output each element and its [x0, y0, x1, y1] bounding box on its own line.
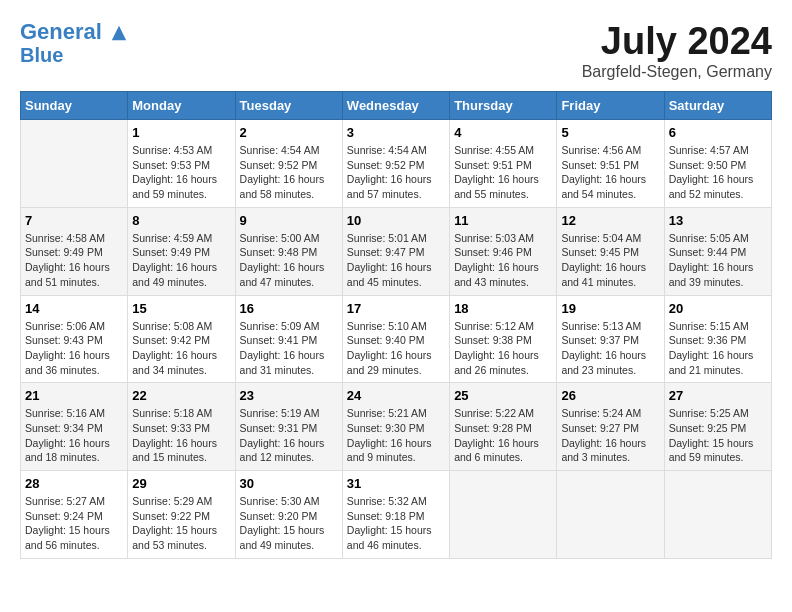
day-number: 26: [561, 388, 659, 403]
weekday-header-saturday: Saturday: [664, 92, 771, 120]
calendar-cell: 14Sunrise: 5:06 AMSunset: 9:43 PMDayligh…: [21, 295, 128, 383]
calendar-cell: 8Sunrise: 4:59 AMSunset: 9:49 PMDaylight…: [128, 207, 235, 295]
calendar-cell: 24Sunrise: 5:21 AMSunset: 9:30 PMDayligh…: [342, 383, 449, 471]
day-number: 8: [132, 213, 230, 228]
calendar-cell: 22Sunrise: 5:18 AMSunset: 9:33 PMDayligh…: [128, 383, 235, 471]
day-info: Sunrise: 4:57 AMSunset: 9:50 PMDaylight:…: [669, 143, 767, 202]
calendar-cell: [664, 471, 771, 559]
calendar-cell: 25Sunrise: 5:22 AMSunset: 9:28 PMDayligh…: [450, 383, 557, 471]
weekday-header-wednesday: Wednesday: [342, 92, 449, 120]
calendar-cell: 11Sunrise: 5:03 AMSunset: 9:46 PMDayligh…: [450, 207, 557, 295]
day-number: 24: [347, 388, 445, 403]
calendar-cell: [557, 471, 664, 559]
day-number: 15: [132, 301, 230, 316]
day-info: Sunrise: 4:59 AMSunset: 9:49 PMDaylight:…: [132, 231, 230, 290]
title-area: July 2024 Bargfeld-Stegen, Germany: [582, 20, 772, 81]
calendar-week-row: 1Sunrise: 4:53 AMSunset: 9:53 PMDaylight…: [21, 120, 772, 208]
header: General Blue July 2024 Bargfeld-Stegen, …: [20, 20, 772, 81]
day-number: 13: [669, 213, 767, 228]
calendar-cell: 23Sunrise: 5:19 AMSunset: 9:31 PMDayligh…: [235, 383, 342, 471]
calendar-cell: [450, 471, 557, 559]
calendar-cell: 31Sunrise: 5:32 AMSunset: 9:18 PMDayligh…: [342, 471, 449, 559]
day-info: Sunrise: 5:25 AMSunset: 9:25 PMDaylight:…: [669, 406, 767, 465]
calendar-cell: 30Sunrise: 5:30 AMSunset: 9:20 PMDayligh…: [235, 471, 342, 559]
day-number: 12: [561, 213, 659, 228]
calendar-cell: 16Sunrise: 5:09 AMSunset: 9:41 PMDayligh…: [235, 295, 342, 383]
day-info: Sunrise: 5:08 AMSunset: 9:42 PMDaylight:…: [132, 319, 230, 378]
day-info: Sunrise: 5:15 AMSunset: 9:36 PMDaylight:…: [669, 319, 767, 378]
day-info: Sunrise: 5:05 AMSunset: 9:44 PMDaylight:…: [669, 231, 767, 290]
day-info: Sunrise: 5:29 AMSunset: 9:22 PMDaylight:…: [132, 494, 230, 553]
day-info: Sunrise: 5:06 AMSunset: 9:43 PMDaylight:…: [25, 319, 123, 378]
day-number: 9: [240, 213, 338, 228]
location-title: Bargfeld-Stegen, Germany: [582, 63, 772, 81]
calendar-cell: 26Sunrise: 5:24 AMSunset: 9:27 PMDayligh…: [557, 383, 664, 471]
day-info: Sunrise: 4:58 AMSunset: 9:49 PMDaylight:…: [25, 231, 123, 290]
day-info: Sunrise: 5:03 AMSunset: 9:46 PMDaylight:…: [454, 231, 552, 290]
day-number: 19: [561, 301, 659, 316]
calendar-cell: 9Sunrise: 5:00 AMSunset: 9:48 PMDaylight…: [235, 207, 342, 295]
calendar-cell: 1Sunrise: 4:53 AMSunset: 9:53 PMDaylight…: [128, 120, 235, 208]
day-number: 18: [454, 301, 552, 316]
calendar-cell: 7Sunrise: 4:58 AMSunset: 9:49 PMDaylight…: [21, 207, 128, 295]
day-info: Sunrise: 4:54 AMSunset: 9:52 PMDaylight:…: [240, 143, 338, 202]
day-number: 2: [240, 125, 338, 140]
day-number: 27: [669, 388, 767, 403]
logo-blue-text: Blue: [20, 44, 128, 66]
svg-marker-0: [112, 26, 126, 40]
calendar-cell: 5Sunrise: 4:56 AMSunset: 9:51 PMDaylight…: [557, 120, 664, 208]
day-info: Sunrise: 5:22 AMSunset: 9:28 PMDaylight:…: [454, 406, 552, 465]
weekday-header-friday: Friday: [557, 92, 664, 120]
calendar-cell: 27Sunrise: 5:25 AMSunset: 9:25 PMDayligh…: [664, 383, 771, 471]
day-number: 20: [669, 301, 767, 316]
day-number: 4: [454, 125, 552, 140]
month-title: July 2024: [582, 20, 772, 63]
day-info: Sunrise: 5:21 AMSunset: 9:30 PMDaylight:…: [347, 406, 445, 465]
logo-text: General: [20, 20, 128, 44]
day-info: Sunrise: 5:24 AMSunset: 9:27 PMDaylight:…: [561, 406, 659, 465]
day-info: Sunrise: 5:01 AMSunset: 9:47 PMDaylight:…: [347, 231, 445, 290]
day-number: 10: [347, 213, 445, 228]
calendar-cell: 21Sunrise: 5:16 AMSunset: 9:34 PMDayligh…: [21, 383, 128, 471]
day-number: 1: [132, 125, 230, 140]
day-number: 22: [132, 388, 230, 403]
weekday-header-sunday: Sunday: [21, 92, 128, 120]
calendar-cell: 29Sunrise: 5:29 AMSunset: 9:22 PMDayligh…: [128, 471, 235, 559]
calendar-cell: 15Sunrise: 5:08 AMSunset: 9:42 PMDayligh…: [128, 295, 235, 383]
day-info: Sunrise: 5:13 AMSunset: 9:37 PMDaylight:…: [561, 319, 659, 378]
calendar-week-row: 28Sunrise: 5:27 AMSunset: 9:24 PMDayligh…: [21, 471, 772, 559]
calendar-cell: 12Sunrise: 5:04 AMSunset: 9:45 PMDayligh…: [557, 207, 664, 295]
weekday-header-tuesday: Tuesday: [235, 92, 342, 120]
day-info: Sunrise: 5:12 AMSunset: 9:38 PMDaylight:…: [454, 319, 552, 378]
day-number: 30: [240, 476, 338, 491]
day-info: Sunrise: 4:55 AMSunset: 9:51 PMDaylight:…: [454, 143, 552, 202]
day-number: 3: [347, 125, 445, 140]
calendar-cell: 28Sunrise: 5:27 AMSunset: 9:24 PMDayligh…: [21, 471, 128, 559]
day-number: 5: [561, 125, 659, 140]
day-number: 16: [240, 301, 338, 316]
calendar-header-row: SundayMondayTuesdayWednesdayThursdayFrid…: [21, 92, 772, 120]
calendar-cell: 10Sunrise: 5:01 AMSunset: 9:47 PMDayligh…: [342, 207, 449, 295]
day-info: Sunrise: 5:19 AMSunset: 9:31 PMDaylight:…: [240, 406, 338, 465]
calendar-week-row: 21Sunrise: 5:16 AMSunset: 9:34 PMDayligh…: [21, 383, 772, 471]
calendar-cell: 20Sunrise: 5:15 AMSunset: 9:36 PMDayligh…: [664, 295, 771, 383]
calendar-week-row: 14Sunrise: 5:06 AMSunset: 9:43 PMDayligh…: [21, 295, 772, 383]
day-number: 28: [25, 476, 123, 491]
calendar-cell: 2Sunrise: 4:54 AMSunset: 9:52 PMDaylight…: [235, 120, 342, 208]
day-info: Sunrise: 5:18 AMSunset: 9:33 PMDaylight:…: [132, 406, 230, 465]
day-number: 11: [454, 213, 552, 228]
day-info: Sunrise: 5:30 AMSunset: 9:20 PMDaylight:…: [240, 494, 338, 553]
calendar-cell: 3Sunrise: 4:54 AMSunset: 9:52 PMDaylight…: [342, 120, 449, 208]
day-number: 6: [669, 125, 767, 140]
day-number: 23: [240, 388, 338, 403]
day-number: 14: [25, 301, 123, 316]
day-info: Sunrise: 4:53 AMSunset: 9:53 PMDaylight:…: [132, 143, 230, 202]
day-info: Sunrise: 5:09 AMSunset: 9:41 PMDaylight:…: [240, 319, 338, 378]
weekday-header-thursday: Thursday: [450, 92, 557, 120]
calendar-cell: 18Sunrise: 5:12 AMSunset: 9:38 PMDayligh…: [450, 295, 557, 383]
day-info: Sunrise: 5:10 AMSunset: 9:40 PMDaylight:…: [347, 319, 445, 378]
calendar-cell: 17Sunrise: 5:10 AMSunset: 9:40 PMDayligh…: [342, 295, 449, 383]
day-info: Sunrise: 5:27 AMSunset: 9:24 PMDaylight:…: [25, 494, 123, 553]
logo: General Blue: [20, 20, 128, 66]
day-info: Sunrise: 4:56 AMSunset: 9:51 PMDaylight:…: [561, 143, 659, 202]
